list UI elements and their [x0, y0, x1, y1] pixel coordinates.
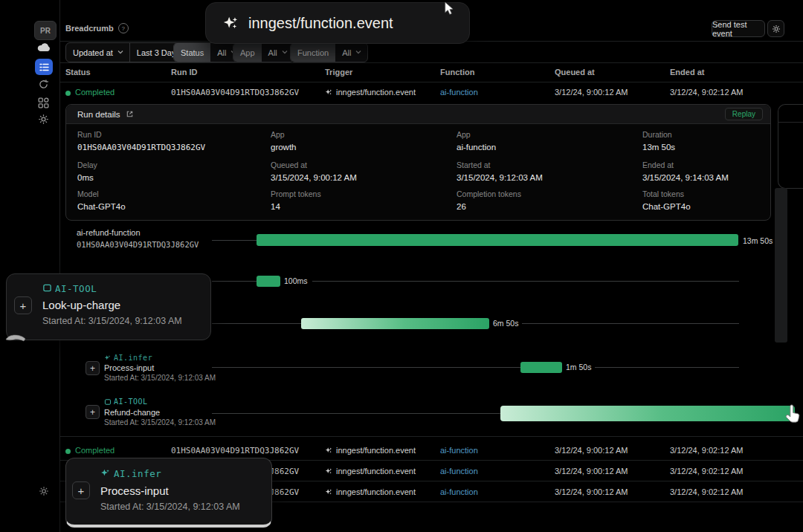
function-link[interactable]: ai-function [440, 88, 478, 97]
app-filter-label: App [233, 43, 262, 62]
duration-label: 6m 50s [493, 319, 518, 328]
chevron-down-icon [117, 50, 123, 55]
status-badge: Completed [75, 446, 115, 455]
function-link[interactable]: ai-function [440, 467, 478, 476]
app-link[interactable]: growth [271, 143, 297, 152]
ended-at: 3/12/24, 9:02:12 AM [670, 467, 743, 476]
sparkle-icon [325, 467, 332, 475]
external-link-icon[interactable] [126, 110, 134, 118]
function-filter-value[interactable]: All [335, 43, 367, 62]
queued-at: 3/12/24, 9:00:12 AM [555, 467, 628, 476]
sidebar-item-apps[interactable] [38, 97, 49, 108]
event-popover[interactable]: inngest/function.event [205, 2, 470, 44]
settings-button[interactable] [767, 20, 784, 37]
span-started-at: Started At: 3/15/2024, 9:12:03 AM [104, 418, 216, 426]
sidebar-item-cloud[interactable] [37, 42, 52, 52]
sparkle-icon [325, 88, 332, 96]
timeline-bar[interactable] [500, 406, 795, 421]
app-filter[interactable]: App All [233, 42, 294, 62]
field-prompt-tokens: Prompt tokens 14 [271, 189, 321, 211]
field-started-at: Started at 3/15/2024, 9:12:03 AM [457, 160, 543, 182]
apps-grid-icon [38, 97, 49, 108]
runs-list-icon [39, 63, 49, 71]
ai-infer-icon [104, 354, 111, 361]
duration-label: 13m 50s [743, 236, 773, 245]
expand-button[interactable]: + [14, 296, 32, 314]
gear-icon [772, 25, 781, 33]
run-details-title: Run details [77, 110, 120, 119]
gear-icon [39, 486, 49, 496]
divider [59, 436, 803, 437]
field-duration: Duration 13m 50s [642, 130, 675, 152]
sidebar-item-refresh[interactable] [38, 79, 49, 90]
chevron-down-icon [355, 50, 361, 55]
sidebar-item-settings[interactable] [38, 114, 49, 125]
sidebar-item-settings-bottom[interactable] [39, 486, 49, 496]
column-trigger[interactable]: Trigger [325, 68, 352, 77]
column-function[interactable]: Function [440, 68, 474, 77]
sort-dropdown[interactable]: Updated at [66, 43, 130, 62]
ai-infer-icon [100, 468, 110, 478]
secondary-panel-line [778, 122, 803, 123]
queued-at: 3/12/24, 9:00:12 AM [555, 487, 628, 496]
timeline-bar[interactable] [520, 362, 562, 373]
replay-button[interactable]: Replay [725, 108, 763, 120]
duration-label: 100ms [284, 276, 308, 285]
queued-at: 3/12/24, 9:00:12 AM [555, 446, 628, 455]
function-link[interactable]: ai-function [440, 487, 478, 496]
timeline-track [595, 367, 739, 368]
column-ended-at[interactable]: Ended at [670, 68, 704, 77]
field-delay: Delay 0ms [77, 160, 97, 182]
timeline-track [522, 323, 739, 324]
field-completion-tokens: Completion tokens 26 [457, 189, 521, 211]
field-app: App growth [271, 130, 297, 152]
run-id: 01HS0AA03V04D91RTDQ3J862GV [171, 88, 299, 97]
ended-at: 3/12/24, 9:02:12 AM [670, 88, 743, 97]
send-test-event-button[interactable]: Send test event [712, 20, 765, 37]
expand-button[interactable]: + [86, 405, 100, 419]
sparkle-icon [222, 15, 239, 31]
column-queued-at[interactable]: Queued at [555, 68, 595, 77]
duration-label: 1m 50s [566, 363, 591, 372]
trigger-name: inngest/function.event [336, 467, 416, 476]
tooltip-kind: AI.infer [114, 468, 161, 479]
scrollbar-thumb[interactable] [775, 188, 787, 343]
sidebar-item-runs-active[interactable] [35, 59, 53, 75]
span-name: Process-input [104, 363, 154, 372]
function-filter-label: Function [291, 43, 335, 62]
function-link[interactable]: ai-function [457, 143, 496, 152]
timeline-bar[interactable] [257, 276, 280, 287]
field-run-id: Run ID 01HS0AA03V04D91RTDQ3J862GV [77, 130, 205, 152]
status-badge: Completed [75, 88, 115, 97]
help-icon[interactable]: ? [118, 23, 129, 33]
expand-button[interactable]: + [72, 481, 90, 499]
app-filter-value[interactable]: All [262, 43, 294, 62]
timeline-track [312, 281, 739, 282]
column-status[interactable]: Status [65, 68, 91, 77]
step-tooltip-process-input: + AI.infer Process-input Started At: 3/1… [65, 458, 272, 528]
event-popover-title: inngest/function.event [248, 15, 393, 32]
divider [59, 62, 803, 63]
ai-tool-icon [104, 398, 112, 406]
tooltip-kind: AI-TOOL [55, 283, 97, 294]
tooltip-title: Process-input [100, 484, 169, 497]
refresh-icon [38, 79, 49, 90]
tooltip-started-at: Started At: 3/15/2024, 9:12:03 AM [100, 502, 240, 512]
ai-tool-icon [42, 283, 52, 293]
timeline-track [212, 240, 257, 241]
status-filter-label: Status [174, 43, 210, 62]
function-filter[interactable]: Function All [290, 42, 368, 62]
timeline-bar[interactable] [257, 234, 738, 246]
column-run-id[interactable]: Run ID [171, 68, 197, 77]
cursor-hand [4, 333, 27, 343]
timeline-track [212, 281, 257, 282]
timeline-bar[interactable] [301, 318, 489, 329]
expand-button[interactable]: + [86, 361, 100, 375]
cursor-pointer-hand [784, 404, 801, 424]
sparkle-icon [325, 488, 332, 496]
avatar[interactable]: PR [34, 21, 57, 40]
run-id: 01HS0AA03V04D91RTDQ3J862GV [171, 446, 299, 455]
step-tooltip-lookup-charge: + AI-TOOL Look-up-charge Started At: 3/1… [6, 273, 211, 340]
span-started-at: Started At: 3/15/2024, 9:12:03 AM [104, 374, 216, 382]
function-link[interactable]: ai-function [440, 446, 478, 455]
